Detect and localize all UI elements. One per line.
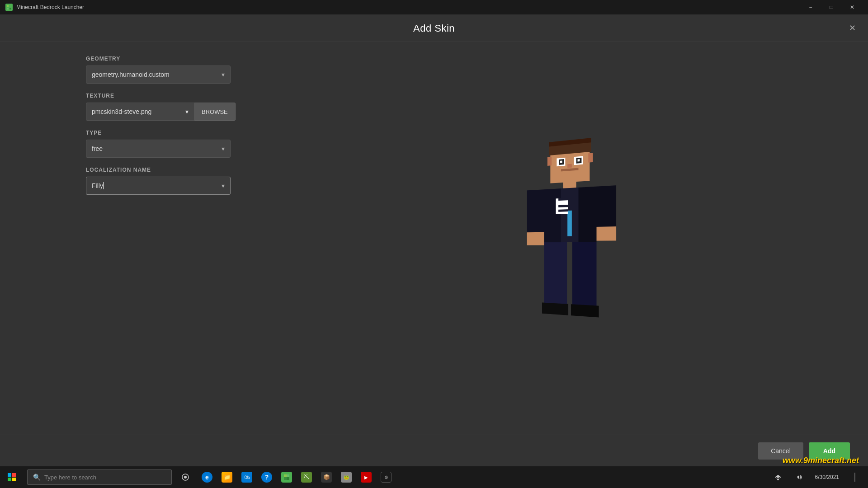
dialog-body: GEOMETRY geometry.humanoid.custom ▾ TEXT… xyxy=(0,42,868,435)
volume-icon[interactable] xyxy=(790,466,810,488)
svg-rect-34 xyxy=(572,242,597,307)
taskbar-app-mc6[interactable]: ⚙ xyxy=(376,466,396,488)
type-select[interactable]: free ▾ xyxy=(86,140,231,158)
svg-rect-36 xyxy=(571,304,599,317)
svg-rect-37 xyxy=(8,473,11,477)
cancel-button[interactable]: Cancel xyxy=(758,442,803,460)
dialog-header: Add Skin ✕ xyxy=(0,14,868,42)
texture-row: pmcskin3d-steve.png ▾ BROWSE xyxy=(86,103,271,121)
geometry-select[interactable]: geometry.humanoid.custom ▾ xyxy=(86,66,231,84)
taskbar-right: 6/30/2021 xyxy=(764,466,868,488)
taskbar-app-edge[interactable]: e xyxy=(197,466,217,488)
title-bar: Minecraft Bedrock Launcher − □ ✕ xyxy=(0,0,868,14)
geometry-chevron-icon: ▾ xyxy=(222,71,225,78)
clock-time: 6/30/2021 xyxy=(815,474,839,481)
type-value: free xyxy=(92,145,103,152)
svg-rect-27 xyxy=(596,185,616,228)
taskbar-apps: e 📁 🛍 ? xyxy=(195,466,764,488)
geometry-group: GEOMETRY geometry.humanoid.custom ▾ xyxy=(86,56,271,84)
dialog-title: Add Skin xyxy=(413,23,455,34)
localization-value: Filly xyxy=(92,182,104,189)
taskbar-clock[interactable]: 6/30/2021 xyxy=(811,474,843,481)
texture-group: TEXTURE pmcskin3d-steve.png ▾ BROWSE xyxy=(86,93,271,121)
type-label: TYPE xyxy=(86,130,271,136)
form-area: GEOMETRY geometry.humanoid.custom ▾ TEXT… xyxy=(0,56,271,435)
type-group: TYPE free ▾ xyxy=(86,130,271,158)
svg-rect-24 xyxy=(578,186,596,242)
search-icon: 🔍 xyxy=(33,474,41,481)
texture-chevron-icon: ▾ xyxy=(185,108,189,115)
taskbar-app-mc2[interactable]: ⛏ xyxy=(297,466,316,488)
geometry-label: GEOMETRY xyxy=(86,56,271,62)
taskbar-app-help[interactable]: ? xyxy=(257,466,277,488)
svg-point-42 xyxy=(184,476,187,479)
window-close-button[interactable]: ✕ xyxy=(842,0,863,14)
localization-chevron-icon: ▾ xyxy=(222,182,225,189)
svg-rect-44 xyxy=(287,474,289,477)
app-icon xyxy=(5,4,13,11)
taskbar-search[interactable]: 🔍 Type here to search xyxy=(27,469,172,485)
svg-rect-35 xyxy=(542,302,568,315)
taskbar-app-store[interactable]: 🛍 xyxy=(237,466,257,488)
minimize-button[interactable]: − xyxy=(800,0,821,14)
svg-rect-0 xyxy=(7,5,9,7)
taskbar-app-mc3[interactable]: 📦 xyxy=(316,466,336,488)
window-controls: − □ ✕ xyxy=(800,0,863,14)
add-button[interactable]: Add xyxy=(809,442,850,460)
type-chevron-icon: ▾ xyxy=(222,145,225,152)
svg-point-47 xyxy=(777,479,779,480)
main-content: Add Skin ✕ GEOMETRY geometry.humanoid.cu… xyxy=(0,14,868,466)
taskbar-app-mc5[interactable]: ▶ xyxy=(356,466,376,488)
svg-rect-28 xyxy=(596,226,616,241)
geometry-value: geometry.humanoid.custom xyxy=(92,71,170,78)
maximize-button[interactable]: □ xyxy=(821,0,842,14)
svg-rect-39 xyxy=(8,478,11,481)
browse-button[interactable]: BROWSE xyxy=(194,103,236,121)
character-preview xyxy=(520,126,625,364)
show-desktop-button[interactable] xyxy=(844,466,864,488)
svg-rect-2 xyxy=(7,8,9,9)
action-bar: Cancel Add xyxy=(0,435,868,466)
svg-rect-25 xyxy=(527,189,544,234)
preview-area xyxy=(271,56,868,435)
svg-rect-43 xyxy=(284,474,287,477)
taskbar: 🔍 Type here to search e 📁 🛍 ? xyxy=(0,466,868,488)
svg-rect-46 xyxy=(287,477,289,480)
network-icon[interactable] xyxy=(768,466,788,488)
texture-label: TEXTURE xyxy=(86,93,271,99)
search-placeholder: Type here to search xyxy=(44,474,96,481)
taskbar-app-files[interactable]: 📁 xyxy=(217,466,237,488)
localization-select[interactable]: Filly ▾ xyxy=(86,177,231,195)
svg-rect-23 xyxy=(544,188,561,242)
dialog-close-button[interactable]: ✕ xyxy=(845,21,859,35)
svg-rect-3 xyxy=(9,8,11,9)
svg-rect-17 xyxy=(563,181,576,188)
localization-label: LOCALIZATION NAME xyxy=(86,167,271,173)
svg-rect-33 xyxy=(544,242,567,305)
title-bar-text: Minecraft Bedrock Launcher xyxy=(16,4,800,10)
svg-rect-38 xyxy=(12,473,16,477)
taskbar-app-mc4[interactable]: 🐸 xyxy=(336,466,356,488)
svg-rect-14 xyxy=(567,164,572,168)
svg-rect-15 xyxy=(547,156,552,165)
start-button[interactable] xyxy=(0,466,24,488)
taskbar-app-minecraft[interactable] xyxy=(277,466,297,488)
texture-value: pmcskin3d-steve.png xyxy=(92,108,151,115)
localization-group: LOCALIZATION NAME Filly ▾ xyxy=(86,167,271,195)
svg-rect-1 xyxy=(9,5,11,7)
texture-select[interactable]: pmcskin3d-steve.png ▾ xyxy=(86,103,194,121)
svg-rect-45 xyxy=(284,477,287,480)
task-view-button[interactable] xyxy=(175,466,195,488)
svg-rect-40 xyxy=(12,478,16,481)
svg-rect-16 xyxy=(588,153,593,162)
svg-rect-26 xyxy=(527,232,544,245)
